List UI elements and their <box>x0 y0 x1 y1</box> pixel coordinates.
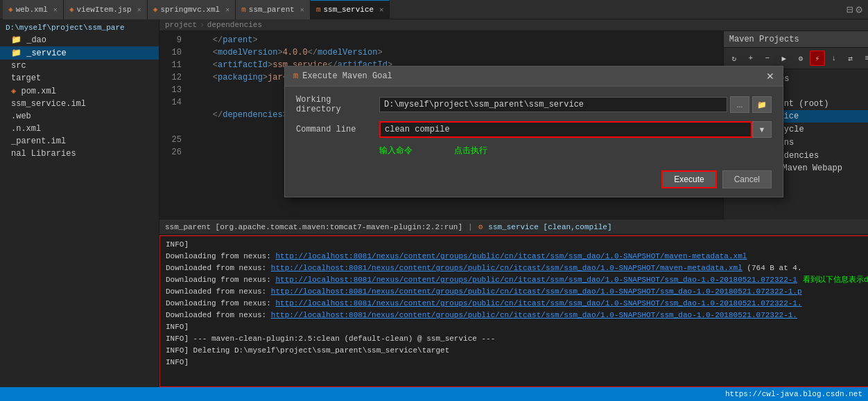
console-line: INFO] <box>166 239 868 251</box>
console-line: Downloading from nexus: http://localhost… <box>166 298 868 310</box>
add-btn[interactable]: + <box>743 51 758 66</box>
close-icon[interactable]: ✕ <box>225 6 229 14</box>
command-line-row: Command line ▼ <box>296 121 772 138</box>
run-gear: ⚙ <box>478 222 483 231</box>
tab-ssm-service[interactable]: m ssm_service ✕ <box>311 0 390 19</box>
split-editor-btn[interactable]: ⊟ <box>847 3 853 17</box>
execute-maven-goal-dialog: m Execute Maven Goal ✕ Working directory… <box>284 66 783 197</box>
tab-web-xml[interactable]: ◈ web.xml ✕ <box>3 0 64 19</box>
ide-container: ◈ web.xml ✕ ◈ viewItem.jsp ✕ ◈ springmvc… <box>0 0 868 401</box>
maven-logo: m <box>293 71 298 81</box>
console-output: INFO] Downloading from nexus: http://loc… <box>159 235 868 387</box>
console-line: Downloaded from nexus: http://localhost:… <box>166 262 868 274</box>
status-url: https://cwl-java.blog.csdn.net <box>725 390 862 398</box>
line-numbers: 9 10 11 12 13 14 25 26 <box>159 31 187 220</box>
tab-springmvc-xml[interactable]: ◈ springmvc.xml ✕ <box>148 0 236 19</box>
run-config-btn[interactable]: ⚙ <box>793 51 808 66</box>
tab-label: viewItem.jsp <box>77 6 132 14</box>
jsp-icon: ◈ <box>69 5 74 14</box>
run-btn[interactable]: ▶ <box>776 51 792 66</box>
maven-icon: m <box>316 6 321 14</box>
tab-ssm-parent[interactable]: m ssm_parent ✕ <box>236 0 311 19</box>
file-tree: D:\myself\project\ssm_pare 📁 _dao 📁 _ser… <box>0 19 159 387</box>
main-area: D:\myself\project\ssm_pare 📁 _dao 📁 _ser… <box>0 19 868 387</box>
dropdown-btn[interactable]: ▼ <box>752 121 772 138</box>
breadcrumb-project: project <box>165 21 197 29</box>
modal-header: m Execute Maven Goal ✕ <box>285 66 783 87</box>
code-line: </parent> <box>193 34 718 46</box>
breadcrumb-sep: › <box>200 21 205 29</box>
annotation-input: 输入命令 <box>379 145 413 157</box>
run-bar: ssm_parent [org.apache.tomcat.maven:tomc… <box>159 220 868 235</box>
execute-btn[interactable]: ⚡ <box>810 51 825 66</box>
execute-button[interactable]: Execute <box>661 170 716 188</box>
folder-icon: 📁 <box>11 48 21 58</box>
console-line: INFO] <box>166 357 868 368</box>
maven-panel-title: Maven Projects <box>729 35 799 44</box>
breadcrumb: project › dependencies <box>159 19 868 31</box>
settings-btn[interactable]: ⚙ <box>856 3 862 17</box>
working-dir-input[interactable] <box>379 97 727 112</box>
modal-footer: Execute Cancel <box>285 165 783 197</box>
tab-bar: ◈ web.xml ✕ ◈ viewItem.jsp ✕ ◈ springmvc… <box>0 0 868 19</box>
xml-icon: ◈ <box>11 87 16 96</box>
console-panel: INFO] Downloading from nexus: http://loc… <box>159 235 868 387</box>
console-line: Downloaded from nexus: http://localhost:… <box>166 310 868 321</box>
console-line: Downloading from nexus: http://localhost… <box>166 274 868 286</box>
maven-panel-header: Maven Projects ⚙ <box>724 31 868 48</box>
console-link[interactable]: http://localhost:8081/nexus/content/grou… <box>271 287 802 296</box>
toggle-btn[interactable]: ⇄ <box>843 51 858 66</box>
tab-label: ssm_parent <box>249 6 295 14</box>
browse-btn[interactable]: ... <box>730 96 749 113</box>
console-line: INFO] --- maven-clean-plugin:2.5:clean (… <box>166 333 868 345</box>
breadcrumb-dependencies: dependencies <box>207 21 262 29</box>
status-bar: https://cwl-java.blog.csdn.net <box>0 387 868 401</box>
console-line: Downloaded from nexus: http://localhost:… <box>166 286 868 298</box>
modal-body: Working directory ... 📁 Command line ▼ 输… <box>285 87 783 165</box>
sidebar-item-libraries[interactable]: nal Libraries <box>0 148 159 160</box>
sidebar-item-iml[interactable]: ssm_service.iml <box>0 98 159 110</box>
cancel-button[interactable]: Cancel <box>722 170 772 188</box>
download-btn[interactable]: ↓ <box>826 51 842 66</box>
console-link[interactable]: http://localhost:8081/nexus/content/grou… <box>275 276 797 284</box>
sidebar-item-web[interactable]: .web <box>0 110 159 123</box>
collapse-btn[interactable]: ≡ <box>860 51 868 66</box>
command-line-label: Command line <box>296 125 379 134</box>
console-line: Downloading from nexus: http://localhost… <box>166 251 868 262</box>
working-dir-row: Working directory ... 📁 <box>296 95 772 114</box>
tab-viewitem-jsp[interactable]: ◈ viewItem.jsp ✕ <box>64 0 148 19</box>
folder-icon: 📁 <box>11 35 21 45</box>
sidebar-item-nxml[interactable]: .n.xml <box>0 123 159 135</box>
modal-close-btn[interactable]: ✕ <box>766 71 774 82</box>
working-dir-label: Working directory <box>296 95 379 114</box>
modal-title-text: Execute Maven Goal <box>302 71 392 81</box>
sidebar-item-parent-iml[interactable]: _parent.iml <box>0 135 159 148</box>
close-icon[interactable]: ✕ <box>379 6 383 14</box>
run-sep: | <box>468 223 473 231</box>
console-line: INFO] Deleting D:\myself\project\ssm_par… <box>166 345 868 357</box>
sidebar-item-service[interactable]: 📁 _service <box>0 46 159 60</box>
run-right: ssm_service [clean,compile] <box>488 223 611 231</box>
console-link[interactable]: http://localhost:8081/nexus/content/grou… <box>271 264 743 272</box>
command-line-input[interactable] <box>379 121 752 138</box>
refresh-btn[interactable]: ↻ <box>727 51 742 66</box>
sidebar-item-target[interactable]: target <box>0 72 159 84</box>
close-icon[interactable]: ✕ <box>300 6 304 14</box>
console-link[interactable]: http://localhost:8081/nexus/content/grou… <box>271 311 797 319</box>
sidebar-item-pom[interactable]: ◈ pom.xml <box>0 84 159 98</box>
close-icon[interactable]: ✕ <box>137 6 141 14</box>
console-link[interactable]: http://localhost:8081/nexus/content/grou… <box>275 299 801 308</box>
tab-label: web.xml <box>16 6 48 14</box>
console-line: INFO] <box>166 321 868 333</box>
maven-icon: m <box>241 6 246 14</box>
sidebar-item-src[interactable]: src <box>0 60 159 72</box>
tab-label: springmvc.xml <box>160 6 220 14</box>
xml-icon: ◈ <box>153 5 158 14</box>
xml-icon: ◈ <box>8 5 13 14</box>
sidebar-item-dao[interactable]: 📁 _dao <box>0 33 159 46</box>
console-link[interactable]: http://localhost:8081/nexus/content/grou… <box>275 252 747 260</box>
close-icon[interactable]: ✕ <box>53 6 58 14</box>
folder-btn[interactable]: 📁 <box>752 96 772 113</box>
annotation-execute: 点击执行 <box>454 145 487 157</box>
remove-btn[interactable]: − <box>760 51 775 66</box>
